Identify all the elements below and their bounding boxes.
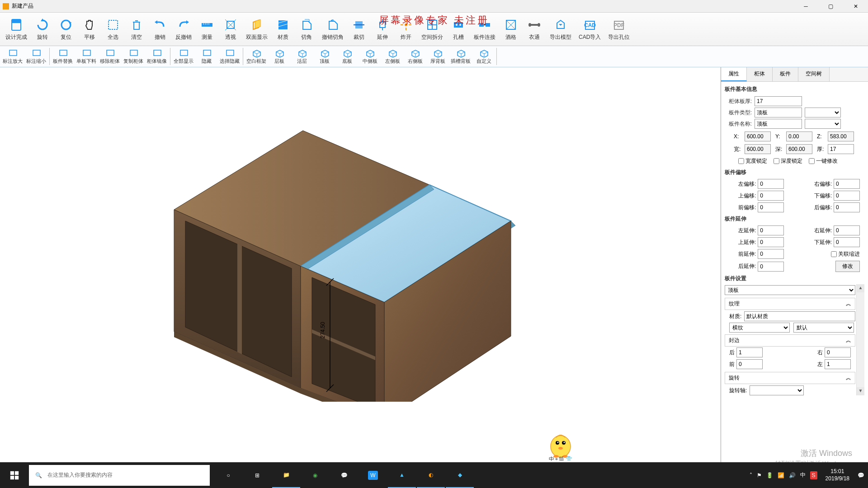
explorer-icon[interactable]: 📁: [272, 462, 300, 488]
scroll-down-icon[interactable]: ▼: [857, 387, 864, 395]
x-input[interactable]: [745, 131, 771, 141]
rotate-section-header[interactable]: 旋转︽: [725, 372, 855, 384]
name-input[interactable]: [755, 119, 802, 129]
d-input[interactable]: [786, 144, 812, 154]
task-view-icon[interactable]: ⊞: [243, 462, 271, 488]
modify-button[interactable]: 修改: [835, 261, 860, 272]
undo-chamfer-button[interactable]: 撤销切角: [318, 14, 347, 45]
thick-back-button[interactable]: 厚背板: [426, 47, 449, 66]
hide-button[interactable]: 隐藏: [195, 47, 218, 66]
export-holes-button[interactable]: PDF导出孔位: [604, 14, 633, 45]
t-input[interactable]: [828, 144, 854, 154]
edge-section-header[interactable]: 封边︽: [725, 334, 855, 347]
tray-wifi-icon[interactable]: 📶: [778, 472, 784, 479]
cortana-icon[interactable]: ○: [214, 462, 242, 488]
tab-attributes[interactable]: 属性: [721, 67, 747, 81]
perspective-button[interactable]: 透视: [219, 14, 242, 45]
settings-select[interactable]: 顶板: [725, 285, 855, 295]
double-side-button[interactable]: 双面显示: [242, 14, 271, 45]
custom-button[interactable]: 自定义: [472, 47, 495, 66]
top-offset-input[interactable]: [758, 191, 784, 201]
tab-cabinet[interactable]: 柜体: [747, 67, 773, 81]
redo-button[interactable]: 反撤销: [172, 14, 195, 45]
active-layer-button[interactable]: 活层: [291, 47, 313, 66]
tab-space-tree[interactable]: 空间树: [798, 67, 830, 81]
front-offset-input[interactable]: [758, 202, 784, 212]
select-all-button[interactable]: 全选: [101, 14, 125, 45]
crop-button[interactable]: 裁切: [347, 14, 371, 45]
top-ext-input[interactable]: [758, 237, 784, 247]
empty-frame-button[interactable]: 空白框架: [245, 47, 268, 66]
zoom-out-button[interactable]: 标注缩小: [24, 47, 48, 66]
zoom-in-button[interactable]: 标注放大: [1, 47, 24, 66]
wine-rack-button[interactable]: 酒格: [499, 14, 523, 45]
select-hide-button[interactable]: 选择隐藏: [218, 47, 241, 66]
export-model-button[interactable]: 导出模型: [546, 14, 575, 45]
edge-left-input[interactable]: [825, 359, 851, 369]
tray-volume-icon[interactable]: 🔊: [789, 472, 796, 479]
width-lock-check[interactable]: 宽度锁定: [738, 157, 767, 165]
depth-lock-check[interactable]: 深度锁定: [774, 157, 802, 165]
z-input[interactable]: [828, 131, 854, 141]
left-offset-input[interactable]: [758, 179, 784, 189]
top-board-button[interactable]: 顶板: [313, 47, 336, 66]
bottom-ext-input[interactable]: [834, 237, 860, 247]
app3-icon[interactable]: ◆: [446, 462, 474, 488]
left-ext-input[interactable]: [758, 225, 784, 235]
tray-up-icon[interactable]: ˄: [750, 472, 752, 479]
tray-sogou-icon[interactable]: S: [810, 471, 817, 479]
extend-button[interactable]: 延伸: [371, 14, 394, 45]
bottom-offset-input[interactable]: [834, 191, 860, 201]
right-offset-input[interactable]: [834, 179, 860, 189]
wps-icon[interactable]: W: [359, 462, 387, 488]
tray-ime-icon[interactable]: 中: [800, 471, 806, 479]
pan-button[interactable]: 平移: [78, 14, 101, 45]
reset-button[interactable]: 复位: [54, 14, 78, 45]
bottom-board-button[interactable]: 底板: [336, 47, 359, 66]
taskbar-search[interactable]: 🔍 在这里输入你要搜索的内容: [29, 465, 210, 486]
edge-back-input[interactable]: [736, 347, 763, 357]
grain-select[interactable]: 横纹: [729, 323, 790, 333]
tray-clock[interactable]: 15:01 2019/9/18: [822, 468, 853, 482]
right-board-button[interactable]: 右侧板: [404, 47, 426, 66]
wechat-icon[interactable]: 💬: [330, 462, 358, 488]
undo-button[interactable]: 撤销: [148, 14, 172, 45]
panel-replace-button[interactable]: 板件替换: [51, 47, 75, 66]
copy-cabinet-button[interactable]: 复制柜体: [122, 47, 145, 66]
left-board-button[interactable]: 左侧板: [381, 47, 404, 66]
app1-icon[interactable]: ▲: [388, 462, 416, 488]
tray-notifications-icon[interactable]: 💬: [858, 472, 864, 479]
edge-front-input[interactable]: [736, 359, 763, 369]
back-ext-input[interactable]: [758, 262, 784, 272]
tray-battery-icon[interactable]: 🔋: [766, 472, 773, 479]
show-all-button[interactable]: 全部显示: [172, 47, 195, 66]
material-input[interactable]: [744, 311, 855, 321]
link-shrink-check[interactable]: 关联缩进: [831, 249, 860, 259]
mid-board-button[interactable]: 中侧板: [359, 47, 381, 66]
type-input[interactable]: [755, 108, 802, 117]
clear-button[interactable]: 清空: [125, 14, 148, 45]
material-button[interactable]: 材质: [271, 14, 295, 45]
minimize-button[interactable]: ─: [793, 0, 818, 13]
hole-slot-button[interactable]: 孔槽: [447, 14, 470, 45]
grain-default-select[interactable]: 默认: [793, 323, 854, 333]
mirror-cabinet-button[interactable]: 柜体镜像: [145, 47, 169, 66]
scrollbar[interactable]: ▲ ▼: [856, 284, 864, 395]
viewport-3d[interactable]: 274.50: [0, 67, 721, 462]
single-board-button[interactable]: 单板下料: [75, 47, 98, 66]
wardrobe-button[interactable]: 衣通: [523, 14, 546, 45]
tab-panel[interactable]: 板件: [773, 67, 798, 81]
finish-button[interactable]: 设计完成: [2, 14, 31, 45]
groove-back-button[interactable]: 插槽背板: [449, 47, 472, 66]
explode-button[interactable]: 炸开: [394, 14, 418, 45]
name-select[interactable]: [805, 119, 841, 129]
edge-right-input[interactable]: [825, 347, 851, 357]
move-cabinet-button[interactable]: 移除柜体: [98, 47, 122, 66]
w-input[interactable]: [745, 144, 771, 154]
thickness-input[interactable]: [755, 96, 802, 106]
texture-section-header[interactable]: 纹理︽: [725, 298, 855, 310]
layer-board-button[interactable]: 层板: [268, 47, 291, 66]
space-split-button[interactable]: 空间拆分: [418, 14, 447, 45]
panel-connect-button[interactable]: 板件连接: [470, 14, 499, 45]
close-button[interactable]: ✕: [843, 0, 868, 13]
